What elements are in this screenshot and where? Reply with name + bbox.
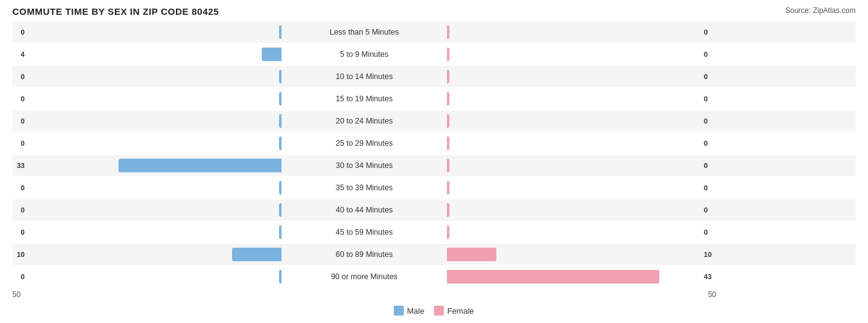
female-value: 0	[704, 28, 716, 36]
right-section: 0	[444, 111, 716, 132]
axis-left-value: 50	[12, 290, 20, 299]
bar-label: 10 to 14 Minutes	[284, 72, 444, 81]
female-bar	[447, 270, 659, 283]
legend-female: Female	[434, 306, 474, 316]
bar-label: 15 to 19 Minutes	[284, 94, 444, 103]
left-section: 10	[12, 244, 284, 265]
left-section: 0	[12, 66, 284, 87]
right-section: 10	[444, 244, 716, 265]
legend: Male Female	[12, 306, 856, 316]
right-section: 0	[444, 199, 716, 220]
legend-male: Male	[394, 306, 424, 316]
left-section: 0	[12, 133, 284, 154]
bar-row: 035 to 39 Minutes0	[12, 177, 856, 198]
female-bar	[447, 181, 449, 195]
bar-row: 025 to 29 Minutes0	[12, 133, 856, 154]
right-section: 0	[444, 155, 716, 176]
left-section: 0	[12, 222, 284, 243]
bar-label: 30 to 34 Minutes	[284, 161, 444, 170]
male-value: 0	[12, 117, 25, 125]
male-value: 0	[12, 273, 25, 280]
left-section: 0	[12, 22, 284, 43]
right-section: 0	[444, 22, 716, 43]
male-bar	[279, 70, 282, 83]
right-section: 43	[444, 266, 716, 287]
female-value: 0	[704, 140, 716, 147]
male-value: 0	[12, 28, 25, 36]
axis-row: 50 50	[12, 288, 856, 301]
bar-label: 45 to 59 Minutes	[284, 228, 444, 237]
female-bar	[447, 248, 496, 261]
male-bar	[279, 203, 282, 217]
male-value: 4	[12, 51, 25, 58]
bar-row: 040 to 44 Minutes0	[12, 199, 856, 220]
male-bar	[279, 25, 282, 39]
male-bar	[279, 114, 282, 128]
female-value: 0	[704, 184, 716, 191]
bar-row: 1060 to 89 Minutes10	[12, 244, 856, 265]
female-value: 0	[704, 162, 716, 169]
female-value: 43	[704, 273, 716, 280]
male-value: 0	[12, 95, 25, 103]
bar-row: 090 or more Minutes43	[12, 266, 856, 287]
female-value: 10	[704, 251, 716, 258]
right-section: 0	[444, 222, 716, 243]
female-bar	[447, 159, 449, 172]
female-value: 0	[704, 229, 716, 236]
female-value: 0	[704, 51, 716, 58]
left-section: 0	[12, 111, 284, 132]
male-bar	[262, 48, 282, 61]
male-bar	[279, 181, 282, 195]
female-value: 0	[704, 95, 716, 103]
male-bar	[279, 136, 282, 150]
female-value: 0	[704, 73, 716, 80]
left-section: 0	[12, 266, 284, 287]
bar-label: 25 to 29 Minutes	[284, 139, 444, 148]
female-bar	[447, 114, 449, 128]
bar-label: 20 to 24 Minutes	[284, 117, 444, 125]
left-section: 0	[12, 177, 284, 198]
male-value: 0	[12, 206, 25, 214]
bar-label: 40 to 44 Minutes	[284, 206, 444, 214]
bar-row: 020 to 24 Minutes0	[12, 111, 856, 132]
female-swatch	[434, 306, 444, 316]
bar-label: Less than 5 Minutes	[284, 28, 444, 36]
bar-row: 0Less than 5 Minutes0	[12, 22, 856, 43]
bar-row: 3330 to 34 Minutes0	[12, 155, 856, 176]
right-section: 0	[444, 66, 716, 87]
male-value: 10	[12, 251, 25, 258]
left-section: 0	[12, 88, 284, 109]
female-bar	[447, 92, 449, 106]
axis-left: 50	[12, 290, 284, 299]
right-section: 0	[444, 44, 716, 65]
female-bar	[447, 25, 449, 39]
axis-right: 50	[444, 290, 716, 299]
bar-row: 045 to 59 Minutes0	[12, 222, 856, 243]
male-value: 0	[12, 140, 25, 147]
male-value: 0	[12, 184, 25, 191]
left-section: 0	[12, 199, 284, 220]
male-bar	[279, 92, 282, 106]
male-bar	[232, 248, 282, 261]
bar-label: 90 or more Minutes	[284, 272, 444, 281]
male-bar	[119, 159, 282, 172]
left-section: 4	[12, 44, 284, 65]
chart-title: COMMUTE TIME BY SEX IN ZIP CODE 80425	[12, 6, 219, 17]
male-value: 0	[12, 73, 25, 80]
female-value: 0	[704, 117, 716, 125]
source-text: Source: ZipAtlas.com	[785, 6, 856, 15]
bar-row: 010 to 14 Minutes0	[12, 66, 856, 87]
bar-row: 015 to 19 Minutes0	[12, 88, 856, 109]
chart-area: 0Less than 5 Minutes045 to 9 Minutes0010…	[12, 22, 856, 316]
male-swatch	[394, 306, 404, 316]
bar-row: 45 to 9 Minutes0	[12, 44, 856, 65]
female-bar	[447, 48, 449, 61]
axis-right-value: 50	[708, 290, 716, 299]
bar-label: 5 to 9 Minutes	[284, 50, 444, 59]
female-bar	[447, 225, 449, 239]
right-section: 0	[444, 88, 716, 109]
male-label: Male	[407, 306, 424, 316]
female-bar	[447, 136, 449, 150]
female-label: Female	[447, 306, 474, 316]
female-bar	[447, 203, 449, 217]
